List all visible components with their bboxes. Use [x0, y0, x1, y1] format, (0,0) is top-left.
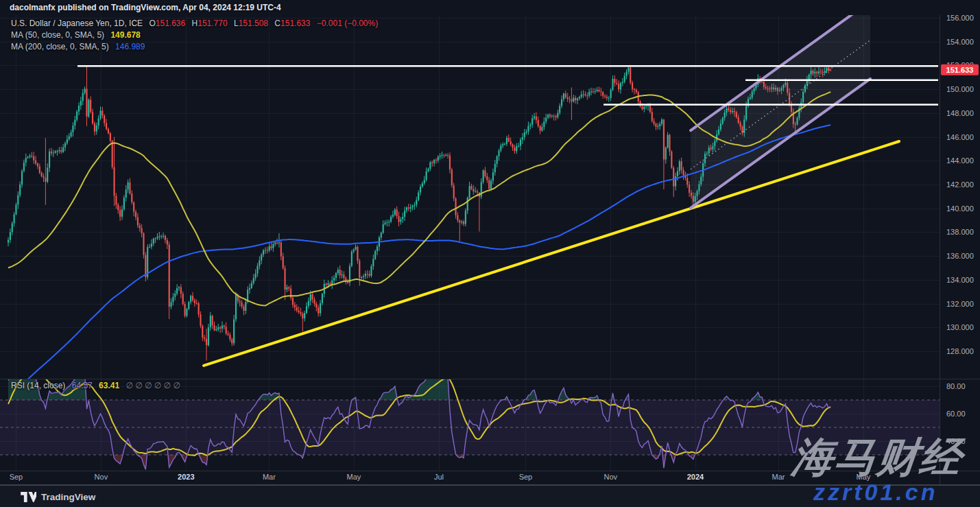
ma200-value: 146.989 — [115, 42, 145, 51]
svg-text:80.00: 80.00 — [946, 382, 966, 390]
svg-text:142.000: 142.000 — [946, 180, 974, 189]
rsi-legend-row[interactable]: RSI (14, close) 64.57 63.41 ∅ ∅ ∅ ∅ ∅ ∅ — [11, 381, 180, 390]
price-pane[interactable] — [8, 1, 938, 396]
time-axis-labels[interactable]: SepNov2023MarMayJulSepNov2024MarMay — [10, 473, 871, 481]
low-label: L — [234, 19, 239, 28]
low-value: 151.508 — [239, 19, 268, 28]
svg-text:150.000: 150.000 — [946, 85, 974, 93]
rsi-ma-value: 63.41 — [99, 381, 119, 390]
svg-text:128.000: 128.000 — [946, 347, 974, 355]
svg-text:140.000: 140.000 — [946, 204, 974, 213]
svg-text:Sep: Sep — [10, 473, 23, 481]
svg-text:146.000: 146.000 — [946, 133, 974, 141]
watermark-url: zzrt01.cn — [813, 479, 980, 506]
svg-text:148.000: 148.000 — [946, 109, 974, 117]
rsi-empty-values: ∅ ∅ ∅ ∅ ∅ ∅ — [126, 381, 180, 390]
svg-text:2023: 2023 — [178, 473, 194, 481]
close-label: C — [274, 19, 280, 28]
svg-text:151.633: 151.633 — [946, 66, 974, 74]
svg-text:136.000: 136.000 — [946, 252, 974, 260]
svg-text:130.000: 130.000 — [946, 323, 974, 331]
rsi-oversold-fill — [114, 455, 695, 469]
svg-text:2024: 2024 — [687, 473, 704, 481]
symbol-title: U.S. Dollar / Japanese Yen, 1D, ICE — [11, 19, 143, 28]
svg-text:154.000: 154.000 — [946, 38, 974, 46]
close-value: 151.633 — [280, 19, 310, 28]
svg-text:Mar: Mar — [772, 473, 785, 481]
svg-text:Nov: Nov — [604, 473, 618, 481]
tradingview-logo-icon — [21, 491, 36, 503]
high-value: 151.770 — [198, 19, 227, 28]
symbol-legend-row[interactable]: U.S. Dollar / Japanese Yen, 1D, ICE O151… — [11, 19, 378, 28]
last-price-tag: 151.633 — [941, 64, 979, 75]
rsi-label: RSI (14, close) — [11, 381, 65, 390]
open-value: 151.636 — [156, 19, 185, 28]
ma50-label: MA (50, close, 0, SMA, 5) — [11, 30, 104, 40]
ma50-legend-row[interactable]: MA (50, close, 0, SMA, 5) 149.678 — [11, 30, 141, 40]
watermark-chinese: 海马财经 — [790, 435, 980, 480]
change-value: −0.001 (−0.00%) — [317, 19, 378, 28]
tradingview-published-chart: dacolmanfx published on TradingView.com,… — [0, 0, 980, 507]
svg-text:May: May — [347, 473, 361, 481]
ma200-label: MA (200, close, 0, SMA, 5) — [11, 42, 109, 51]
svg-text:60.00: 60.00 — [946, 410, 966, 418]
svg-text:Jul: Jul — [434, 473, 444, 481]
trendline — [204, 141, 899, 366]
tradingview-brand-label: TradingView — [41, 492, 95, 502]
svg-text:Sep: Sep — [519, 473, 533, 481]
svg-text:144.000: 144.000 — [946, 156, 974, 165]
svg-text:134.000: 134.000 — [946, 276, 974, 284]
svg-text:Mar: Mar — [263, 473, 276, 481]
ma50-value: 149.678 — [110, 30, 140, 40]
svg-text:Nov: Nov — [95, 473, 108, 481]
ma200-legend-row[interactable]: MA (200, close, 0, SMA, 5) 146.989 — [11, 42, 145, 51]
chart-canvas[interactable]: 156.000154.000152.000150.000148.000146.0… — [0, 0, 980, 507]
svg-text:132.000: 132.000 — [946, 300, 974, 308]
svg-text:138.000: 138.000 — [946, 228, 974, 236]
open-label: O — [149, 19, 155, 28]
svg-text:156.000: 156.000 — [946, 14, 974, 22]
high-label: H — [192, 19, 198, 28]
published-byline: dacolmanfx published on TradingView.com,… — [10, 3, 281, 12]
tradingview-brand-link[interactable]: TradingView — [21, 491, 95, 503]
candles — [8, 65, 831, 361]
rsi-value: 64.57 — [72, 381, 93, 390]
